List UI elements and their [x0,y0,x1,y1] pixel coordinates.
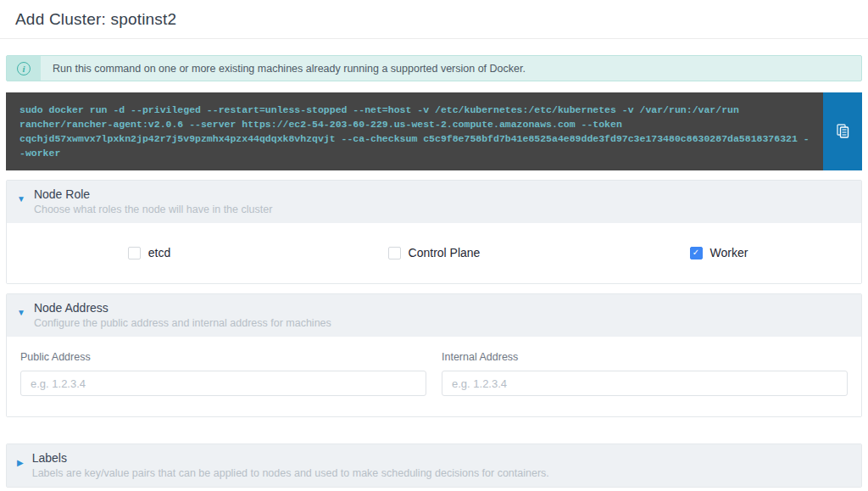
section-node-role-titles: Node Role Choose what roles the node wil… [34,187,272,215]
section-node-address-titles: Node Address Configure the public addres… [34,301,331,329]
copy-command-button[interactable] [823,92,862,170]
checkbox-control-plane[interactable]: Control Plane [388,246,481,259]
info-banner: i Run this command on one or more existi… [6,55,862,81]
checkbox-worker-box[interactable]: ✓ [690,247,703,259]
checkbox-worker[interactable]: ✓ Worker [690,246,748,259]
section-labels: ▶ Labels Labels are key/value pairs that… [6,444,862,488]
page-header: Add Cluster: spotinst2 [0,0,868,38]
docker-command-block: sudo docker run -d --privileged --restar… [6,92,862,170]
info-icon: i [17,62,31,75]
checkbox-control-plane-box[interactable] [388,247,401,259]
section-subtitle: Labels are key/value pairs that can be a… [32,467,549,479]
internal-address-group: Internal Address [442,351,848,396]
node-role-options: etcd Control Plane ✓ Worker [7,223,861,283]
node-address-fields: Public Address Internal Address [7,337,861,416]
checkbox-worker-label: Worker [710,246,748,259]
chevron-down-icon[interactable]: ▼ [17,195,25,204]
add-cluster-page: Add Cluster: spotinst2 i Run this comman… [0,0,868,491]
chevron-right-icon[interactable]: ▶ [17,459,24,467]
info-icon-wrap: i [7,56,41,81]
section-labels-titles: Labels Labels are key/value pairs that c… [32,451,549,479]
section-title: Node Address [34,301,331,315]
chevron-down-icon[interactable]: ▼ [17,309,25,317]
checkbox-etcd-box[interactable] [128,247,141,259]
public-address-group: Public Address [20,351,426,396]
page-title: Add Cluster: spotinst2 [15,10,853,29]
section-subtitle: Choose what roles the node will have in … [34,204,272,215]
checkbox-control-plane-label: Control Plane [409,246,481,259]
section-node-role-header[interactable]: ▼ Node Role Choose what roles the node w… [7,181,861,223]
docker-command-text[interactable]: sudo docker run -d --privileged --restar… [6,92,823,170]
internal-address-input[interactable] [442,371,848,396]
checkbox-etcd-label: etcd [148,246,170,259]
checkbox-etcd[interactable]: etcd [128,246,170,259]
clipboard-copy-icon [834,122,851,142]
info-banner-text: Run this command on one or more existing… [41,56,536,81]
section-node-role: ▼ Node Role Choose what roles the node w… [6,180,862,284]
public-address-label: Public Address [20,351,426,363]
section-title: Node Role [34,187,272,201]
section-labels-header[interactable]: ▶ Labels Labels are key/value pairs that… [7,444,861,487]
internal-address-label: Internal Address [442,351,848,363]
public-address-input[interactable] [20,371,426,396]
section-title: Labels [32,451,549,465]
section-subtitle: Configure the public address and interna… [34,317,331,329]
section-node-address: ▼ Node Address Configure the public addr… [6,293,862,417]
section-node-address-header[interactable]: ▼ Node Address Configure the public addr… [7,294,861,337]
header-divider [0,38,868,39]
main-content: i Run this command on one or more existi… [0,55,868,491]
